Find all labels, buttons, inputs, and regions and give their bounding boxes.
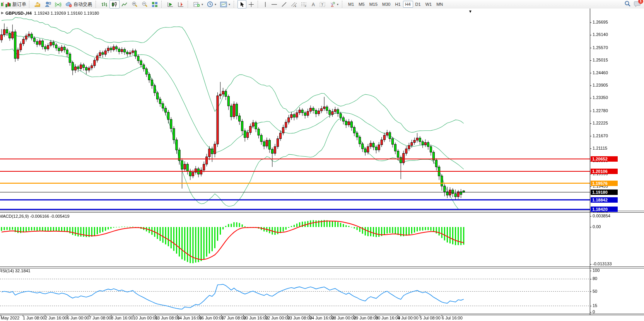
toolbar-right: 1 bbox=[624, 0, 644, 8]
profiles-icon bbox=[44, 2, 51, 7]
chevron-down-icon: ▾ bbox=[215, 3, 216, 6]
svg-text:T: T bbox=[321, 3, 324, 7]
indicators-icon bbox=[193, 2, 200, 7]
cursor-button[interactable] bbox=[237, 0, 246, 9]
horizontal-line-button[interactable] bbox=[269, 0, 279, 9]
new-chart-icon bbox=[34, 2, 41, 7]
toolbar-group-chart-type bbox=[99, 0, 161, 9]
toolbar-separator bbox=[258, 1, 260, 8]
line-chart-button[interactable] bbox=[120, 0, 130, 9]
notifications-button[interactable]: 1 bbox=[634, 1, 641, 8]
toolbar-group-objects: ▾ ▾ ▾ bbox=[191, 0, 233, 9]
chart-window: ▶ GBPUSD-,H4 1.19243 1.19269 1.19160 1.1… bbox=[0, 9, 644, 321]
crosshair-button[interactable] bbox=[246, 0, 256, 9]
text-icon: A bbox=[311, 2, 316, 7]
auto-scroll-button[interactable] bbox=[165, 0, 176, 9]
autotrading-label: 自动交易 bbox=[73, 1, 92, 8]
candlestick-chart-button[interactable] bbox=[109, 0, 120, 9]
mt4-terminal: 新订单 自动交易 bbox=[0, 0, 644, 321]
search-icon[interactable] bbox=[624, 0, 631, 8]
chevron-down-icon: ▾ bbox=[202, 3, 203, 6]
svg-text:F: F bbox=[305, 5, 306, 7]
periods-icon bbox=[207, 1, 213, 7]
timeframe-group: M1M5M15M30H1H4D1W1MN bbox=[345, 0, 446, 9]
timeframe-button-m5[interactable]: M5 bbox=[356, 1, 367, 8]
fibonacci-icon: F bbox=[301, 2, 307, 7]
line-chart-icon bbox=[121, 2, 128, 7]
chart-shift-button[interactable] bbox=[176, 0, 186, 9]
timeframe-button-d1[interactable]: D1 bbox=[413, 1, 423, 8]
toolbar-separator bbox=[96, 1, 98, 8]
new-order-label: 新订单 bbox=[12, 1, 26, 8]
timeframe-button-m1[interactable]: M1 bbox=[346, 1, 356, 8]
text-button[interactable]: A bbox=[309, 0, 318, 9]
timeframe-button-m15[interactable]: M15 bbox=[367, 1, 380, 8]
trendline-button[interactable] bbox=[279, 0, 289, 9]
timeframe-button-h4[interactable]: H4 bbox=[403, 1, 413, 8]
chart-icon-partial bbox=[1, 1, 3, 7]
autotrading-button[interactable]: 自动交易 bbox=[63, 0, 94, 9]
vertical-line-button[interactable] bbox=[261, 0, 269, 9]
svg-text:E: E bbox=[295, 5, 296, 7]
fibonacci-button[interactable]: F bbox=[299, 0, 309, 9]
periods-button[interactable]: ▾ bbox=[205, 0, 218, 9]
profiles-button[interactable] bbox=[43, 0, 53, 9]
indicators-button[interactable]: ▾ bbox=[191, 0, 205, 9]
toolbar-group-lines: E F A T ▾ bbox=[261, 0, 341, 9]
equidistant-channel-icon: E bbox=[291, 2, 297, 7]
new-order-icon bbox=[5, 2, 11, 7]
timeframe-button-h1[interactable]: H1 bbox=[393, 1, 403, 8]
cursor-arrow-icon bbox=[239, 2, 244, 7]
toolbar-separator bbox=[234, 1, 236, 8]
crosshair-icon bbox=[248, 2, 254, 7]
new-chart-button[interactable] bbox=[32, 0, 43, 9]
toolbar-group-scroll bbox=[164, 0, 187, 9]
new-order-button[interactable]: 新订单 bbox=[3, 0, 28, 9]
zoom-out-button[interactable] bbox=[140, 0, 150, 9]
timeframe-button-w1[interactable]: W1 bbox=[423, 1, 434, 8]
timeframe-button-m30[interactable]: M30 bbox=[380, 1, 393, 8]
signals-icon bbox=[55, 2, 61, 7]
toolbar-group-trade: 新订单 自动交易 bbox=[0, 0, 95, 9]
zoom-in-button[interactable] bbox=[130, 0, 140, 9]
toolbar-separator bbox=[29, 1, 31, 8]
bar-chart-button[interactable] bbox=[99, 0, 109, 9]
toolbar-separator bbox=[161, 1, 164, 8]
bar-chart-icon bbox=[101, 2, 108, 7]
toolbar: 新订单 自动交易 bbox=[0, 0, 644, 9]
toolbar-group-cursor bbox=[237, 0, 257, 9]
svg-text:A: A bbox=[312, 2, 315, 7]
templates-button[interactable]: ▾ bbox=[218, 0, 232, 9]
text-label-icon: T bbox=[319, 2, 326, 7]
text-label-button[interactable]: T bbox=[318, 0, 328, 9]
tile-windows-button[interactable] bbox=[150, 0, 160, 9]
chevron-down-icon: ▾ bbox=[337, 3, 338, 6]
notification-badge: 1 bbox=[638, 0, 643, 4]
equidistant-channel-button[interactable]: E bbox=[289, 0, 299, 9]
chart-shift-icon bbox=[178, 2, 184, 7]
signals-button[interactable] bbox=[53, 0, 63, 9]
zoom-out-icon bbox=[142, 1, 148, 7]
toolbar-separator bbox=[342, 1, 344, 8]
templates-icon bbox=[220, 2, 227, 7]
tile-windows-icon bbox=[152, 2, 158, 7]
vertical-line-icon bbox=[263, 2, 267, 7]
candlestick-icon bbox=[111, 2, 118, 7]
chevron-down-icon: ▾ bbox=[229, 3, 230, 6]
autotrading-icon bbox=[65, 2, 72, 7]
trendline-icon bbox=[281, 2, 287, 7]
arrows-button[interactable]: ▾ bbox=[328, 0, 340, 9]
timeframe-button-mn[interactable]: MN bbox=[434, 1, 445, 8]
auto-scroll-icon bbox=[167, 2, 174, 7]
chart-canvas[interactable] bbox=[0, 9, 644, 321]
toolbar-separator bbox=[188, 1, 190, 8]
horizontal-line-icon bbox=[271, 2, 277, 7]
zoom-in-icon bbox=[132, 1, 138, 7]
arrows-icon bbox=[330, 2, 335, 7]
